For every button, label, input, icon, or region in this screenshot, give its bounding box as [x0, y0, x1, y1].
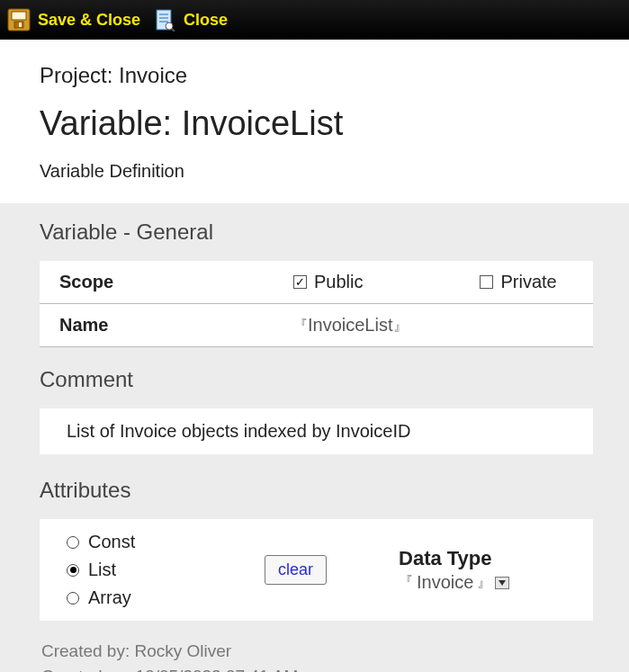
save-and-close-button[interactable]: Save & Close: [7, 8, 140, 31]
comment-value: List of Invoice objects indexed by Invoi…: [67, 421, 410, 441]
svg-marker-10: [499, 580, 506, 586]
created-by-value: Rocky Oliver: [135, 641, 232, 660]
variable-name: InvoiceList: [182, 104, 344, 142]
created-on-value: 10/05/2023 07:41 AM: [136, 667, 299, 672]
section-attributes-title: Attributes: [40, 478, 593, 503]
data-type-label: Data Type: [399, 547, 509, 570]
chevron-down-icon: [495, 577, 509, 589]
general-box: Scope ✓ Public Private Name 『InvoiceList…: [40, 261, 593, 347]
data-type-group: Data Type 『Invoice』: [399, 547, 509, 593]
toolbar: Save & Close Close: [0, 0, 629, 40]
name-label: Name: [59, 315, 293, 336]
close-label: Close: [184, 11, 228, 30]
name-value: InvoiceList: [308, 315, 393, 335]
checkbox-icon: ✓: [293, 275, 307, 289]
clear-button[interactable]: clear: [265, 555, 327, 585]
svg-point-8: [166, 22, 173, 30]
page-subtitle: Variable Definition: [40, 161, 593, 182]
comment-field[interactable]: List of Invoice objects indexed by Invoi…: [40, 408, 593, 454]
radio-icon: [67, 592, 79, 605]
form-panel: Variable - General Scope ✓ Public Privat…: [0, 203, 629, 672]
checkbox-icon: [480, 275, 493, 289]
project-line: Project: Invoice: [40, 63, 593, 88]
radio-array-label: Array: [88, 587, 131, 608]
radio-list[interactable]: List: [67, 560, 265, 580]
radio-const-label: Const: [88, 532, 135, 552]
project-name: Invoice: [119, 63, 187, 87]
name-field[interactable]: 『InvoiceList』: [293, 315, 408, 336]
svg-rect-3: [19, 22, 22, 27]
data-type-value: Invoice: [417, 572, 473, 593]
save-and-close-label: Save & Close: [38, 11, 140, 30]
radio-icon: [67, 536, 79, 549]
project-prefix: Project:: [40, 63, 119, 87]
scope-label: Scope: [59, 272, 293, 292]
attribute-type-radios: Const List Array: [67, 532, 265, 608]
radio-const[interactable]: Const: [67, 532, 265, 552]
created-on-line: Created on: 10/05/2023 07:41 AM: [41, 664, 593, 672]
name-row: Name 『InvoiceList』: [40, 304, 593, 347]
radio-list-label: List: [88, 560, 116, 580]
close-button[interactable]: Close: [153, 8, 228, 31]
clear-button-wrap: clear: [265, 555, 327, 585]
data-type-select[interactable]: 『Invoice』: [399, 572, 509, 593]
scope-row: Scope ✓ Public Private: [40, 261, 593, 304]
section-general-title: Variable - General: [40, 220, 593, 245]
header-area: Project: Invoice Variable: InvoiceList V…: [0, 40, 629, 203]
radio-icon: [67, 564, 79, 577]
created-by-line: Created by: Rocky Oliver: [41, 639, 593, 664]
created-on-label: Created on:: [41, 667, 136, 672]
save-icon: [7, 8, 31, 31]
private-checkbox[interactable]: Private: [480, 272, 556, 292]
created-by-label: Created by:: [41, 641, 135, 660]
svg-line-9: [172, 29, 175, 31]
svg-rect-1: [12, 12, 26, 20]
section-comment-title: Comment: [40, 367, 593, 392]
public-checkbox[interactable]: ✓ Public: [293, 272, 363, 292]
page-title: Variable: InvoiceList: [40, 104, 593, 143]
footer-meta: Created by: Rocky Oliver Created on: 10/…: [40, 621, 593, 672]
private-label: Private: [500, 272, 556, 292]
public-label: Public: [314, 272, 363, 292]
document-icon: [153, 8, 176, 31]
radio-array[interactable]: Array: [67, 587, 265, 608]
attributes-box: Const List Array clear Data Type 『Invoic…: [40, 519, 593, 621]
variable-prefix: Variable:: [40, 104, 182, 142]
